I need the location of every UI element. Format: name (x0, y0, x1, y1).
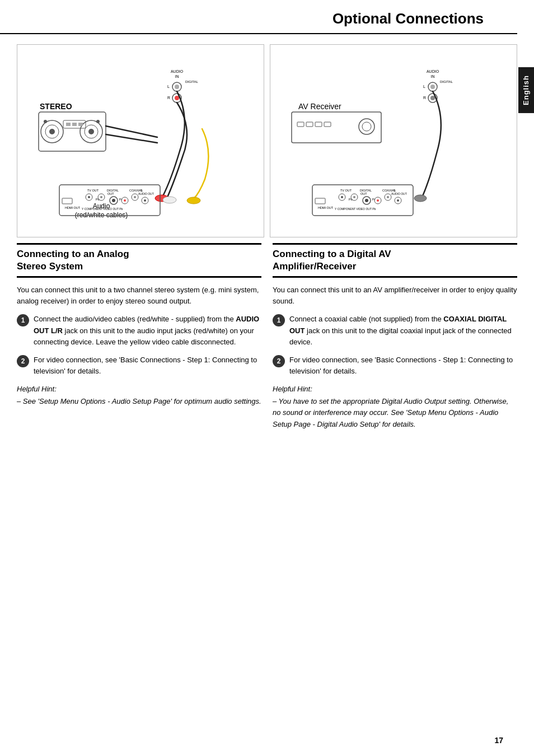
analog-hint: Helpful Hint: – See 'Setup Menu Options … (17, 384, 261, 407)
svg-point-42 (112, 199, 115, 202)
page-title: Optional Connections (0, 0, 517, 34)
step-2-num: 2 (17, 355, 29, 367)
step-2-text: For video connection, see 'Basic Connect… (34, 354, 261, 377)
content-section: Connecting to an Analog Stereo System Yo… (17, 243, 517, 430)
svg-text:DIGITAL: DIGITAL (440, 80, 453, 83)
diagrams-section: STEREO AUDIO (17, 44, 517, 237)
svg-point-24 (175, 96, 179, 100)
svg-text:Y   COMPONENT VIDEO OUT  Pb: Y COMPONENT VIDEO OUT Pb (82, 207, 123, 211)
svg-rect-11 (66, 123, 71, 126)
analog-stereo-title: Connecting to an Analog Stereo System (17, 243, 261, 278)
svg-text:AUDIO OUT: AUDIO OUT (138, 192, 154, 195)
side-tab: English (518, 67, 534, 113)
svg-text:(red/white cables): (red/white cables) (75, 211, 128, 219)
digital-hint: Helpful Hint: – You have to set the appr… (273, 384, 517, 430)
svg-text:HDMI OUT: HDMI OUT (65, 206, 81, 209)
svg-point-9 (96, 120, 100, 123)
analog-hint-title: Helpful Hint: (17, 384, 261, 395)
digital-step-2-num: 2 (273, 355, 285, 367)
digital-hint-title: Helpful Hint: (273, 384, 517, 395)
svg-text:IN: IN (431, 74, 435, 78)
analog-step-1: 1 Connect the audio/video cables (red/wh… (17, 314, 261, 347)
digital-step-2: 2 For video connection, see 'Basic Conne… (273, 354, 517, 377)
svg-text:TV OUT: TV OUT (340, 189, 352, 192)
svg-point-94 (397, 199, 399, 202)
step-1-text: Connect the audio/video cables (red/whit… (34, 314, 261, 347)
step-1-num: 1 (17, 314, 29, 326)
svg-rect-55 (292, 112, 381, 143)
svg-point-20 (175, 85, 179, 89)
svg-text:TV OUT: TV OUT (87, 189, 99, 192)
svg-text:OUT: OUT (107, 192, 114, 195)
svg-point-45 (124, 199, 126, 202)
digital-av-section: Connecting to a Digital AV Amplifier/Rec… (273, 243, 517, 430)
svg-text:DIGITAL: DIGITAL (185, 80, 199, 83)
svg-point-26 (163, 197, 176, 203)
stereo-diagram: STEREO AUDIO (17, 44, 264, 237)
svg-text:AV Receiver: AV Receiver (298, 102, 341, 111)
svg-text:AUDIO OUT: AUDIO OUT (391, 192, 407, 195)
svg-rect-57 (306, 122, 313, 127)
svg-text:AUDIO: AUDIO (427, 69, 439, 73)
digital-av-title: Connecting to a Digital AV Amplifier/Rec… (273, 243, 517, 278)
analog-hint-text: – See 'Setup Menu Options - Audio Setup … (17, 397, 261, 405)
svg-text:L: L (423, 85, 425, 88)
svg-point-80 (353, 196, 355, 198)
svg-point-71 (414, 195, 427, 202)
svg-point-87 (377, 199, 379, 202)
svg-rect-74 (315, 198, 325, 204)
svg-text:HDMI OUT: HDMI OUT (318, 206, 334, 209)
svg-text:AUDIO: AUDIO (171, 69, 184, 73)
svg-text:L: L (167, 85, 170, 88)
digital-step-2-text: For video connection, see 'Basic Connect… (289, 354, 517, 377)
svg-text:OUT: OUT (360, 192, 367, 195)
svg-rect-13 (78, 123, 83, 126)
svg-rect-12 (72, 123, 77, 126)
digital-step-1-num: 1 (273, 314, 285, 326)
analog-stereo-intro: You can connect this unit to a two chann… (17, 284, 261, 307)
svg-point-8 (88, 129, 94, 134)
svg-point-84 (365, 199, 368, 202)
svg-text:Y   COMPONENT VIDEO OUT  Pb: Y COMPONENT VIDEO OUT Pb (335, 207, 376, 211)
av-receiver-diagram: AV Receiver AUDIO IN L DIGITAL R (270, 44, 517, 237)
analog-stereo-section: Connecting to an Analog Stereo System Yo… (17, 243, 261, 430)
svg-rect-32 (62, 198, 72, 204)
svg-point-38 (100, 196, 102, 198)
svg-rect-1 (39, 112, 106, 151)
svg-point-66 (430, 85, 435, 89)
svg-point-60 (359, 119, 374, 134)
digital-step-1-text: Connect a coaxial cable (not supplied) f… (289, 314, 517, 347)
svg-point-4 (49, 129, 55, 134)
analog-step-2: 2 For video connection, see 'Basic Conne… (17, 354, 261, 377)
svg-point-70 (430, 96, 435, 100)
svg-point-61 (362, 122, 371, 131)
svg-point-48 (134, 196, 136, 198)
svg-rect-56 (297, 122, 304, 127)
digital-av-intro: You can connect this unit to an AV ampli… (273, 284, 517, 307)
svg-text:IN: IN (175, 74, 179, 78)
svg-rect-59 (324, 122, 331, 127)
svg-rect-58 (315, 122, 322, 127)
digital-hint-text: – You have to set the appropriate Digita… (273, 397, 508, 428)
digital-step-1: 1 Connect a coaxial cable (not supplied)… (273, 314, 517, 347)
svg-point-90 (387, 196, 389, 198)
svg-point-77 (341, 196, 343, 198)
svg-text:STEREO: STEREO (40, 102, 72, 111)
svg-point-52 (144, 199, 146, 202)
svg-point-35 (88, 196, 90, 198)
svg-point-5 (44, 120, 47, 123)
svg-point-27 (187, 197, 200, 204)
page-number: 17 (494, 736, 503, 745)
svg-text:R: R (167, 96, 170, 100)
svg-text:R: R (423, 96, 426, 100)
